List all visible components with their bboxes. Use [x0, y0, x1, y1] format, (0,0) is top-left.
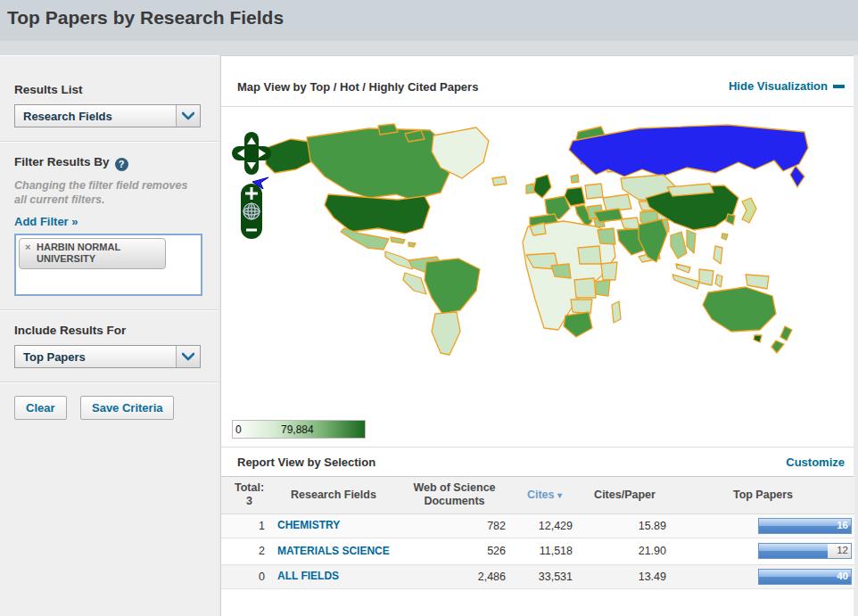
column-header-wos-documents[interactable]: Web of Science Documents — [398, 477, 511, 513]
wos-documents-cell: 2,486 — [398, 564, 511, 588]
region-sudan-chad[interactable] — [578, 246, 601, 264]
chevron-down-icon[interactable] — [176, 105, 200, 127]
column-header-top-papers[interactable]: Top Papers — [672, 477, 854, 513]
country-brazil[interactable] — [425, 259, 480, 314]
results-list-dropdown[interactable]: Research Fields — [14, 104, 201, 127]
column-header-research-fields[interactable]: Research Fields — [277, 477, 398, 513]
total-header: Total: 3 — [221, 477, 277, 513]
add-filter-link[interactable]: Add Filter » — [14, 215, 78, 228]
country-papua-new-guinea[interactable] — [746, 275, 769, 289]
filter-chip-label: HARBIN NORMAL UNIVERSITY — [37, 242, 120, 264]
country-ethiopia[interactable] — [601, 262, 617, 280]
field-cell: ALL FIELDS — [277, 564, 398, 588]
region-sulawesi[interactable] — [715, 275, 722, 287]
country-australia[interactable] — [703, 287, 776, 332]
region-syria-iraq[interactable] — [621, 218, 640, 230]
sidebar-buttons: Clear Save Criteria — [14, 396, 204, 420]
include-results-selected-value: Top Papers — [23, 350, 86, 364]
cites-cell: 11,518 — [511, 538, 578, 564]
country-egypt[interactable] — [598, 228, 615, 244]
country-canada[interactable] — [307, 128, 450, 200]
legend-max-value: 79,884 — [281, 423, 314, 436]
filter-results-heading: Filter Results By? — [14, 155, 204, 171]
region-myanmar-thailand[interactable] — [671, 232, 687, 259]
region-tasmania[interactable] — [754, 335, 762, 342]
top-papers-cell: 12 — [672, 538, 854, 564]
country-vietnam[interactable] — [687, 230, 696, 253]
world-map[interactable] — [264, 123, 813, 401]
country-mexico[interactable] — [341, 228, 389, 250]
region-borneo[interactable] — [699, 269, 714, 285]
header-sub-band — [0, 41, 858, 55]
include-results-dropdown[interactable]: Top Papers — [14, 345, 201, 368]
country-peru[interactable] — [403, 273, 426, 294]
hide-visualization-label: Hide Visualization — [729, 79, 828, 93]
map-view-header: Map View by Top / Hot / Highly Cited Pap… — [221, 56, 854, 107]
filter-chip[interactable]: × HARBIN NORMAL UNIVERSITY — [19, 238, 166, 268]
map-region: 0 79,884 — [221, 107, 854, 448]
country-hispaniola[interactable] — [408, 242, 416, 247]
table-row: 1 CHEMISTRY 782 12,429 15.89 16 — [221, 513, 854, 538]
report-view-title: Report View by Selection — [237, 456, 375, 469]
rank-cell: 0 — [221, 564, 277, 588]
top-papers-cell: 40 — [672, 564, 854, 588]
top-papers-cell: 16 — [672, 513, 854, 538]
country-new-zealand[interactable] — [780, 326, 792, 341]
chevron-down-icon[interactable] — [176, 346, 200, 367]
include-results-heading: Include Results For — [14, 324, 204, 337]
cites-per-paper-cell: 21.90 — [578, 538, 672, 564]
top-papers-bar: 40 — [758, 569, 852, 585]
country-nigeria[interactable] — [551, 264, 571, 278]
remove-filter-icon[interactable]: × — [25, 242, 30, 253]
country-japan[interactable] — [742, 198, 756, 223]
country-poland[interactable] — [585, 184, 603, 199]
field-link[interactable]: MATERIALS SCIENCE — [277, 546, 390, 558]
country-russia-selected[interactable] — [569, 125, 808, 177]
field-link[interactable]: CHEMISTRY — [277, 520, 340, 532]
country-uk[interactable] — [533, 175, 551, 198]
field-link[interactable]: ALL FIELDS — [277, 571, 339, 583]
country-philippines[interactable] — [714, 246, 722, 264]
country-madagascar[interactable] — [612, 301, 621, 323]
column-header-cites-per-paper[interactable]: Cites/Paper — [578, 477, 672, 513]
rank-cell: 2 — [221, 538, 277, 564]
report-table: Total: 3 Research Fields Web of Science … — [221, 477, 854, 589]
customize-link[interactable]: Customize — [786, 456, 845, 469]
table-row: 2 MATERIALS SCIENCE 526 11,518 21.90 12 — [221, 538, 854, 564]
clear-button[interactable]: Clear — [14, 396, 67, 420]
top-papers-bar: 12 — [758, 543, 852, 559]
country-taiwan[interactable] — [722, 234, 728, 240]
country-south-korea[interactable] — [726, 214, 735, 225]
cursor-icon — [252, 177, 269, 191]
country-denmark[interactable] — [571, 175, 579, 183]
country-russia-kamchatka[interactable] — [790, 166, 804, 187]
country-new-zealand-south[interactable] — [771, 341, 784, 353]
sidebar-divider — [0, 309, 219, 311]
wos-documents-cell: 782 — [398, 513, 511, 538]
pan-control[interactable] — [232, 132, 271, 175]
country-ireland[interactable] — [526, 184, 534, 193]
column-header-cites-sorted[interactable]: Cites ▾ — [511, 477, 578, 513]
total-label: Total: — [221, 481, 277, 495]
country-argentina-chile[interactable] — [432, 312, 460, 355]
help-icon[interactable]: ? — [115, 158, 128, 171]
sort-desc-icon: ▾ — [557, 490, 562, 500]
top-papers-bar: 16 — [758, 518, 852, 534]
country-cuba[interactable] — [391, 237, 405, 243]
wos-documents-cell: 526 — [398, 538, 511, 564]
sidebar-divider — [0, 382, 219, 383]
country-south-africa[interactable] — [564, 312, 592, 337]
country-malaysia[interactable] — [676, 264, 690, 273]
hide-visualization-link[interactable]: Hide Visualization — [729, 79, 845, 93]
map-view-title: Map View by Top / Hot / Highly Cited Pap… — [237, 80, 478, 94]
region-sumatra-java[interactable] — [672, 275, 699, 289]
zoom-control[interactable] — [241, 184, 262, 239]
region-kenya-tanzania[interactable] — [596, 280, 610, 296]
bar-value: 12 — [837, 545, 848, 555]
country-iceland[interactable] — [492, 177, 507, 185]
country-drc[interactable] — [574, 278, 596, 298]
save-criteria-button[interactable]: Save Criteria — [80, 396, 175, 420]
cites-per-paper-cell: 15.89 — [578, 513, 672, 538]
country-usa[interactable] — [325, 194, 430, 234]
cites-per-paper-cell: 13.49 — [578, 564, 672, 588]
